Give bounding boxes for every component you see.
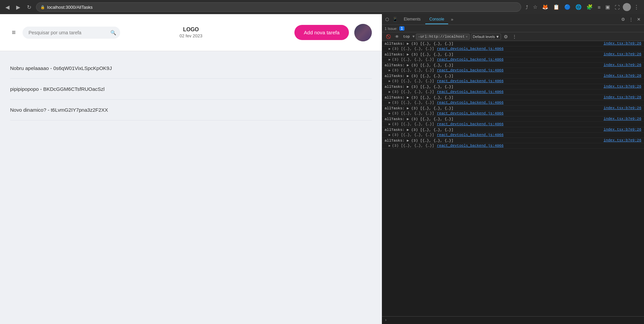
forward-button[interactable]: ▶ [14, 3, 22, 12]
triangle-icon[interactable]: ▶ [389, 133, 391, 137]
default-levels-arrow: ▼ [496, 35, 499, 39]
default-levels-button[interactable]: Default levels ▼ [471, 34, 501, 40]
console-entry-source[interactable]: index.tsx:b7e9:26 [604, 52, 641, 56]
console-entry-source[interactable]: index.tsx:b7e9:26 [604, 128, 641, 132]
task-item[interactable]: Novo dinamico? - t6LvmG2IY7pna3z2F2XX [10, 100, 372, 120]
task-text: pipipipopopo - BKDcGGM6CTsfRUOacSzl [10, 86, 105, 92]
console-sub-source[interactable]: react_devtools_backend.js:4066 [437, 111, 503, 115]
console-sub-entry: ▶ (3) [{…}, {…}, {…}] react_devtools_bac… [382, 100, 644, 106]
extensions-icon[interactable]: ⤴ [524, 3, 530, 11]
addon-icon1[interactable]: 🦊 [540, 3, 550, 11]
console-sub-source[interactable]: react_devtools_backend.js:4066 [437, 58, 503, 62]
logo-text: LOGO [180, 27, 203, 33]
console-entry: allTasks: ▶ (3) [{…}, {…}, {…}] index.ts… [382, 95, 644, 100]
sidebar-icon[interactable]: ▣ [604, 3, 612, 11]
url-filter-close[interactable]: ✕ [466, 35, 468, 39]
triangle-icon[interactable]: ▶ [389, 101, 391, 105]
settings-icon[interactable]: ⚙ [620, 15, 627, 23]
console-more-button[interactable]: ⋮ [511, 33, 518, 40]
devtools-panel: ⬡ 📱 Elements Console » ⚙ ⋮ ✕ 1 Issue: 1 … [382, 14, 644, 324]
bookmark-icon[interactable]: ☆ [531, 3, 539, 11]
close-devtools-icon[interactable]: ✕ [636, 15, 642, 23]
console-sub-source[interactable]: react_devtools_backend.js:4066 [437, 68, 503, 72]
top-dropdown-arrow: ▼ [413, 35, 415, 39]
task-item[interactable]: Nobru apelaaaao - 0s6qW01VixLSpcKpOK9J [10, 58, 372, 79]
addon-icon3[interactable]: 🔵 [563, 3, 572, 11]
triangle-icon[interactable]: ▶ [389, 68, 391, 72]
url-text: localhost:3000/AllTasks [47, 5, 93, 10]
more-options-icon[interactable]: ⋮ [628, 15, 635, 23]
console-entry-source[interactable]: index.tsx:b7e9:26 [604, 74, 641, 78]
tab-elements[interactable]: Elements [400, 15, 425, 24]
console-settings-button[interactable]: ⚙ [502, 33, 509, 40]
console-entry-source[interactable]: index.tsx:b7e9:26 [604, 84, 641, 88]
add-task-button[interactable]: Add nova tarefa [294, 25, 349, 40]
avatar[interactable] [354, 24, 372, 41]
eye-button[interactable]: 👁 [394, 34, 400, 40]
tab-more-button[interactable]: » [449, 15, 455, 23]
main-layout: ≡ 🔍 LOGO 02 fev 2023 Add nova tarefa Nob… [0, 14, 644, 324]
console-sub-source[interactable]: react_devtools_backend.js:4066 [437, 122, 503, 126]
triangle-icon[interactable]: ▶ [389, 90, 391, 94]
console-sub-source[interactable]: react_devtools_backend.js:4066 [437, 144, 503, 148]
device-icon[interactable]: 📱 [391, 15, 399, 23]
console-entry-text: allTasks: ▶ (3) [{…}, {…}, {…}] [385, 95, 601, 100]
addon-icon4[interactable]: 🌐 [574, 3, 583, 11]
avatar-image [354, 24, 372, 41]
console-sub-source[interactable]: react_devtools_backend.js:4066 [437, 101, 503, 105]
triangle-icon[interactable]: ▶ [389, 47, 391, 51]
addon-icon2[interactable]: 📋 [551, 3, 561, 11]
tab-console[interactable]: Console [425, 15, 448, 24]
console-sub-source[interactable]: react_devtools_backend.js:4066 [437, 133, 503, 137]
addon-icon5[interactable]: 🧩 [585, 3, 595, 11]
console-entry-source[interactable]: index.tsx:b7e9:26 [604, 63, 641, 67]
devtools-toolbar-right: ⚙ ⋮ ✕ [620, 15, 642, 23]
console-sub-entry: ▶ (3) [{…}, {…}, {…}] react_devtools_bac… [382, 68, 644, 73]
console-entry-source[interactable]: index.tsx:b7e9:26 [604, 117, 641, 121]
console-clear-button[interactable]: 🚫 [385, 34, 392, 40]
fullscreen-icon[interactable]: ⛶ [613, 3, 621, 11]
console-entry-text: allTasks: ▶ (3) [{…}, {…}, {…}] [385, 106, 601, 110]
console-content[interactable]: allTasks: ▶ (3) [{…}, {…}, {…}] index.ts… [382, 41, 644, 316]
console-sub-entry: ▶ (3) [{…}, {…}, {…}] react_devtools_bac… [382, 111, 644, 116]
console-entry-source[interactable]: index.tsx:b7e9:26 [604, 41, 641, 45]
console-entry-source[interactable]: index.tsx:b7e9:26 [604, 138, 641, 142]
console-entry-source[interactable]: index.tsx:b7e9:26 [604, 106, 641, 110]
console-sub-source[interactable]: react_devtools_backend.js:4066 [437, 90, 503, 94]
console-sub-text: (3) [{…}, {…}, {…}] [392, 111, 434, 115]
console-entry: allTasks: ▶ (3) [{…}, {…}, {…}] index.ts… [382, 52, 644, 57]
console-entry-text: allTasks: ▶ (3) [{…}, {…}, {…}] [385, 138, 601, 143]
triangle-icon[interactable]: ▶ [389, 122, 391, 126]
console-entry-text: allTasks: ▶ (3) [{…}, {…}, {…}] [385, 74, 601, 78]
search-input[interactable] [23, 27, 120, 39]
console-input[interactable] [388, 318, 641, 322]
url-filter-tag[interactable]: -url:http://localhost ✕ [416, 34, 470, 40]
console-entry: allTasks: ▶ (3) [{…}, {…}, {…}] index.ts… [382, 127, 644, 133]
triangle-icon[interactable]: ▶ [389, 79, 391, 83]
console-entry: allTasks: ▶ (3) [{…}, {…}, {…}] index.ts… [382, 63, 644, 68]
hamburger-button[interactable]: ≡ [10, 27, 17, 38]
console-sub-entry: ▶ (3) [{…}, {…}, {…}] react_devtools_bac… [382, 143, 644, 149]
back-button[interactable]: ◀ [3, 3, 11, 12]
top-label: top [402, 34, 411, 39]
console-sub-entry: ▶ (3) [{…}, {…}, {…}] react_devtools_bac… [382, 122, 644, 127]
triangle-icon[interactable]: ▶ [389, 58, 391, 62]
console-sub-text: (3) [{…}, {…}, {…}] [392, 68, 434, 72]
reload-button[interactable]: ↻ [25, 3, 33, 12]
console-sub-text: (3) [{…}, {…}, {…}] [392, 58, 434, 62]
console-entry-source[interactable]: index.tsx:b7e9:26 [604, 95, 641, 99]
menu-icon[interactable]: ≡ [596, 3, 602, 11]
triangle-icon[interactable]: ▶ [389, 144, 391, 148]
task-item[interactable]: pipipipopopo - BKDcGGM6CTsfRUOacSzl [10, 79, 372, 100]
console-entry: allTasks: ▶ (3) [{…}, {…}, {…}] index.ts… [382, 138, 644, 143]
console-sub-entry: ▶ (3) [{…}, {…}, {…}] react_devtools_bac… [382, 57, 644, 63]
console-sub-text: (3) [{…}, {…}, {…}] [392, 133, 434, 137]
console-sub-source[interactable]: react_devtools_backend.js:4066 [437, 47, 503, 51]
triangle-icon[interactable]: ▶ [389, 111, 391, 115]
console-sub-source[interactable]: react_devtools_backend.js:4066 [437, 79, 503, 83]
overflow-icon[interactable]: ⋮ [632, 3, 641, 11]
profile-icon[interactable] [623, 3, 631, 11]
address-bar[interactable]: 🔒 localhost:3000/AllTasks [36, 2, 521, 12]
inspect-icon[interactable]: ⬡ [384, 15, 390, 23]
console-entry-text: allTasks: ▶ (3) [{…}, {…}, {…}] [385, 63, 601, 67]
